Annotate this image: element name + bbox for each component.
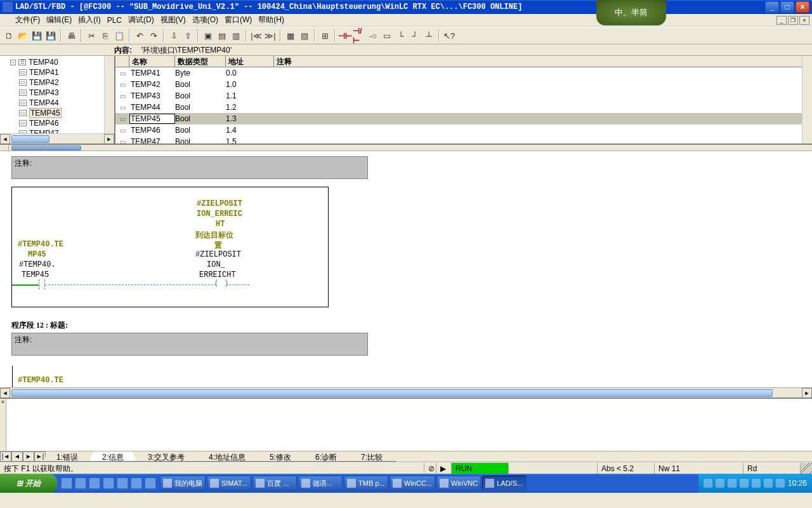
menu-plc[interactable]: PLC: [107, 16, 122, 25]
start-button[interactable]: ⊞开始: [0, 474, 57, 493]
scroll-right-icon[interactable]: ►: [802, 388, 812, 398]
menu-edit[interactable]: 编辑(E): [46, 15, 72, 25]
ime-badge[interactable]: 中。半筒: [596, 0, 666, 25]
scroll-left-icon[interactable]: ◄: [0, 388, 10, 398]
window-minimize-button[interactable]: _: [765, 1, 779, 13]
tab-diag[interactable]: 6:诊断: [302, 451, 350, 462]
menu-window[interactable]: 窗口(W): [225, 15, 252, 25]
menu-help[interactable]: 帮助(H): [258, 15, 284, 25]
taskbar-task[interactable]: 我的电脑: [160, 476, 206, 491]
tab-info[interactable]: 2:信息: [89, 451, 137, 462]
tb-network-icon[interactable]: ⊞: [318, 29, 331, 42]
tray-icon[interactable]: [740, 479, 749, 488]
tray-icon[interactable]: [752, 479, 761, 488]
tb-paste-icon[interactable]: 📋: [113, 29, 126, 42]
tb-save-icon[interactable]: 💾: [30, 29, 43, 42]
tab-modify[interactable]: 5:修改: [256, 451, 304, 462]
scroll-thumb[interactable]: [11, 389, 773, 397]
tb-help-pointer-icon[interactable]: ↖?: [443, 29, 455, 42]
grid-row[interactable]: ▭TEMP45Bool1.3: [115, 113, 812, 124]
tab-prev-icon[interactable]: ◄: [11, 451, 23, 462]
tab-errors[interactable]: 1:错误: [43, 451, 91, 462]
tray-icon[interactable]: [716, 479, 724, 488]
quicklaunch-icon[interactable]: [75, 478, 86, 489]
menu-view[interactable]: 视图(V): [160, 15, 186, 25]
tab-compare[interactable]: 7:比较: [348, 451, 396, 462]
tb-symbols-icon[interactable]: ▤: [216, 29, 228, 42]
tree-hscrollbar[interactable]: ◄ ►: [0, 133, 114, 144]
lad-editor[interactable]: 注释: #TEMP40.TE MP45 #TEMP40. TEMP45 #ZIE…: [0, 151, 812, 398]
quicklaunch-icon[interactable]: [103, 478, 114, 489]
tree-item[interactable]: ▭TEMP44: [19, 98, 114, 108]
editor-mini-scroll[interactable]: [0, 145, 812, 151]
output-close-button[interactable]: ×: [0, 399, 6, 451]
network-title[interactable]: 程序段 12 : 标题:: [11, 320, 68, 331]
scroll-left-icon[interactable]: ◄: [0, 134, 10, 144]
mdi-restore-button[interactable]: ❐: [788, 16, 798, 25]
tb-box-icon[interactable]: ▭: [381, 29, 393, 42]
taskbar-task[interactable]: SIMAT...: [207, 476, 251, 491]
grid-row[interactable]: ▭TEMP47Bool1.5: [115, 136, 812, 144]
taskbar-task[interactable]: 德语...: [298, 476, 343, 491]
menu-insert[interactable]: 插入(I): [78, 15, 100, 25]
tree-item[interactable]: ▭TEMP42: [19, 77, 114, 88]
lad-coil-icon[interactable]: [216, 279, 226, 290]
resize-grip-icon[interactable]: [801, 463, 812, 474]
tree-root[interactable]: -☰TEMP40: [10, 57, 114, 67]
network-comment-box[interactable]: 注释:: [11, 156, 368, 179]
mdi-system-icon[interactable]: [3, 16, 11, 25]
tb-coil-icon[interactable]: -○: [367, 29, 379, 42]
grid-vscrollbar[interactable]: [802, 56, 812, 144]
taskbar-task[interactable]: LAD/S...: [482, 476, 527, 491]
editor-hscrollbar[interactable]: ◄ ►: [0, 387, 812, 398]
taskbar-task[interactable]: WinVNC: [436, 476, 481, 491]
scroll-thumb[interactable]: [11, 135, 49, 143]
tb-goto-start-icon[interactable]: |≪: [250, 29, 263, 42]
tb-contact-open-icon[interactable]: ⊣⊢: [339, 29, 351, 42]
tb-modify-icon[interactable]: ▧: [298, 29, 311, 42]
system-tray[interactable]: 10:26: [698, 474, 812, 493]
tb-saveall-icon[interactable]: 💾: [44, 29, 57, 42]
grid-row[interactable]: ▭TEMP43Bool1.1: [115, 90, 812, 102]
window-close-button[interactable]: ×: [796, 1, 809, 13]
tb-reference-icon[interactable]: ▣: [202, 29, 214, 42]
grid-row[interactable]: ▭TEMP41Byte0.0: [115, 67, 812, 79]
tb-new-icon[interactable]: 🗋: [3, 29, 15, 42]
lad-contact-icon[interactable]: [39, 279, 45, 290]
tb-open-icon[interactable]: 📂: [16, 29, 29, 42]
quicklaunch-icon[interactable]: [117, 478, 128, 489]
quicklaunch-icon[interactable]: [61, 478, 72, 489]
tab-first-icon[interactable]: |◄: [0, 451, 11, 462]
tb-goto-end-icon[interactable]: ≫|: [264, 29, 277, 42]
tab-next-icon[interactable]: ►: [23, 451, 34, 462]
grid-row[interactable]: ▭TEMP44Bool1.2: [115, 102, 812, 113]
tb-redo-icon[interactable]: ↷: [147, 29, 160, 42]
taskbar-task[interactable]: TMB p...: [344, 476, 388, 491]
quicklaunch-icon[interactable]: [89, 478, 100, 489]
interface-tree[interactable]: -☰TEMP40 ▭TEMP41 ▭TEMP42 ▭TEMP43 ▭TEMP44…: [0, 56, 115, 144]
tb-connection-icon[interactable]: ┴: [422, 29, 435, 42]
tree-item[interactable]: ▭TEMP41: [19, 67, 114, 77]
tray-icon[interactable]: [776, 479, 785, 488]
tab-addrinfo[interactable]: 4:地址信息: [195, 451, 259, 462]
tb-contact-closed-icon[interactable]: ⊣/⊢: [353, 29, 365, 42]
tb-undo-icon[interactable]: ↶: [133, 29, 146, 42]
tb-copy-icon[interactable]: ⎘: [99, 29, 112, 42]
tb-branch-close-icon[interactable]: ┘: [409, 29, 421, 42]
tab-xref[interactable]: 3:交叉参考: [134, 451, 198, 462]
tree-item[interactable]: ▭TEMP47: [19, 128, 114, 133]
tb-download-icon[interactable]: ⇩: [167, 29, 180, 42]
scroll-right-icon[interactable]: ►: [104, 134, 114, 144]
col-type[interactable]: 数据类型: [175, 56, 226, 67]
network-comment-box[interactable]: 注释:: [11, 333, 368, 356]
tb-monitor-icon[interactable]: ▦: [284, 29, 297, 42]
menu-options[interactable]: 选项(O): [192, 15, 218, 25]
tray-clock[interactable]: 10:26: [788, 479, 807, 488]
tray-icon[interactable]: [704, 479, 712, 488]
grid-row[interactable]: ▭TEMP42Bool1.0: [115, 79, 812, 90]
tray-icon[interactable]: [728, 479, 737, 488]
variable-grid[interactable]: 名称 数据类型 地址 注释 ▭TEMP41Byte0.0▭TEMP42Bool1…: [115, 56, 812, 144]
menu-file[interactable]: 文件(F): [15, 15, 40, 25]
mdi-minimize-button[interactable]: _: [776, 16, 787, 25]
tb-catalog-icon[interactable]: ▥: [230, 29, 242, 42]
